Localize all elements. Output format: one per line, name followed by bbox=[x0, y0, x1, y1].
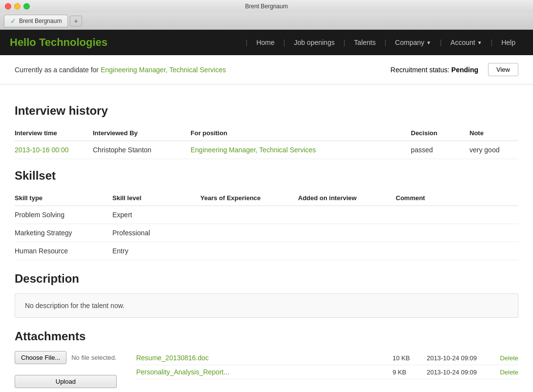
col-header-interview-time: Interview time bbox=[15, 125, 93, 141]
recruitment-status-area: Recruitment status: Pending View bbox=[390, 63, 518, 76]
col-header-note: Note bbox=[469, 125, 518, 141]
nav-home[interactable]: Home bbox=[249, 30, 282, 55]
recruitment-status-text: Recruitment status: Pending bbox=[390, 66, 478, 74]
file-date-1: 2013-10-24 09:09 bbox=[426, 369, 490, 376]
skill-type-2: Human Resource bbox=[15, 242, 112, 260]
nav-account[interactable]: Account ▼ bbox=[443, 30, 490, 55]
recruitment-status-value: Pending bbox=[451, 66, 478, 74]
nav-talents[interactable]: Talents bbox=[346, 30, 384, 55]
skill-type-1: Marketing Strategy bbox=[15, 224, 112, 242]
description-title: Description bbox=[15, 272, 518, 286]
minimize-button[interactable] bbox=[14, 3, 21, 10]
col-header-added: Added on interview bbox=[298, 190, 396, 206]
main-content: Interview history Interview time Intervi… bbox=[0, 84, 533, 392]
skill-row-0: Problem Solving Expert bbox=[15, 206, 518, 224]
candidate-banner: Currently as a candidate for Engineering… bbox=[0, 55, 533, 84]
page-content: Currently as a candidate for Engineering… bbox=[0, 55, 533, 392]
tab-bar: ✓ Brent Bergnaum + bbox=[0, 13, 533, 29]
tab-label: Brent Bergnaum bbox=[19, 18, 62, 24]
upload-button[interactable]: Upload bbox=[15, 375, 117, 388]
interview-time-link[interactable]: 2013-10-16 00:00 bbox=[15, 146, 69, 154]
file-date-0: 2013-10-24 09:09 bbox=[426, 354, 490, 362]
nav-separator-0: | bbox=[245, 39, 249, 46]
file-size-1: 9 KB bbox=[392, 369, 417, 376]
candidate-position-link[interactable]: Engineering Manager, Technical Services bbox=[101, 66, 226, 74]
skill-years-0 bbox=[200, 206, 298, 224]
upload-controls: Choose File... No file selected. Upload bbox=[15, 351, 117, 388]
interview-history-title: Interview history bbox=[15, 104, 518, 118]
skill-comment-0 bbox=[396, 206, 518, 224]
nav-separator-1: | bbox=[282, 39, 286, 46]
tab-check-icon: ✓ bbox=[10, 17, 16, 25]
col-header-decision: Decision bbox=[411, 125, 469, 141]
skill-level-0: Expert bbox=[112, 206, 200, 224]
file-name-display: No file selected. bbox=[71, 354, 117, 361]
col-header-for-position: For position bbox=[191, 125, 411, 141]
skill-level-1: Professional bbox=[112, 224, 200, 242]
site-logo: Hello Technologies bbox=[10, 30, 107, 55]
nav-job-openings[interactable]: Job openings bbox=[286, 30, 342, 55]
candidate-info: Currently as a candidate for Engineering… bbox=[15, 66, 226, 74]
description-box: No description for the talent now. bbox=[15, 293, 518, 318]
nav-separator-4: | bbox=[439, 39, 443, 46]
new-tab-button[interactable]: + bbox=[70, 16, 82, 26]
skillset-table: Skill type Skill level Years of Experien… bbox=[15, 190, 518, 260]
skill-row-1: Marketing Strategy Professional bbox=[15, 224, 518, 242]
for-position-cell: Engineering Manager, Technical Services bbox=[191, 141, 411, 159]
file-controls: Choose File... No file selected. bbox=[15, 351, 117, 364]
nav-help[interactable]: Help bbox=[493, 30, 523, 55]
nav-separator-5: | bbox=[490, 39, 494, 46]
skill-years-2 bbox=[200, 242, 298, 260]
col-header-skill-level: Skill level bbox=[112, 190, 200, 206]
file-delete-1[interactable]: Delete bbox=[500, 369, 518, 376]
company-dropdown-arrow: ▼ bbox=[426, 40, 431, 45]
file-row-0: Resume_20130816.doc 10 KB 2013-10-24 09:… bbox=[136, 351, 518, 365]
active-tab[interactable]: ✓ Brent Bergnaum bbox=[4, 15, 68, 27]
file-link-1[interactable]: Personality_Analysis_Report... bbox=[136, 368, 383, 376]
skill-added-1 bbox=[298, 224, 396, 242]
files-list: Resume_20130816.doc 10 KB 2013-10-24 09:… bbox=[136, 351, 518, 388]
window-controls bbox=[5, 3, 30, 10]
maximize-button[interactable] bbox=[23, 3, 30, 10]
file-delete-0[interactable]: Delete bbox=[500, 354, 518, 362]
interview-history-table: Interview time Interviewed By For positi… bbox=[15, 125, 518, 159]
nav-links: | Home | Job openings | Talents | Compan… bbox=[245, 30, 523, 55]
interview-time-cell: 2013-10-16 00:00 bbox=[15, 141, 93, 159]
nav-separator-2: | bbox=[342, 39, 346, 46]
file-size-0: 10 KB bbox=[392, 354, 417, 362]
skillset-title: Skillset bbox=[15, 169, 518, 183]
navigation-bar: Hello Technologies | Home | Job openings… bbox=[0, 30, 533, 55]
interview-history-row: 2013-10-16 00:00 Christophe Stanton Engi… bbox=[15, 141, 518, 159]
skill-added-2 bbox=[298, 242, 396, 260]
for-position-link[interactable]: Engineering Manager, Technical Services bbox=[191, 146, 316, 154]
decision-cell: passed bbox=[411, 141, 469, 159]
nav-company[interactable]: Company ▼ bbox=[387, 30, 439, 55]
file-row-1: Personality_Analysis_Report... 9 KB 2013… bbox=[136, 365, 518, 379]
col-header-interviewed-by: Interviewed By bbox=[93, 125, 191, 141]
note-cell: very good bbox=[469, 141, 518, 159]
col-header-years: Years of Experience bbox=[200, 190, 298, 206]
candidate-prefix: Currently as a candidate for bbox=[15, 66, 101, 74]
nav-separator-3: | bbox=[384, 39, 387, 46]
interviewed-by-cell: Christophe Stanton bbox=[93, 141, 191, 159]
skill-type-0: Problem Solving bbox=[15, 206, 112, 224]
browser-chrome: Brent Bergnaum ✓ Brent Bergnaum + bbox=[0, 0, 533, 30]
choose-file-button[interactable]: Choose File... bbox=[15, 351, 66, 364]
col-header-comment: Comment bbox=[396, 190, 518, 206]
title-bar: Brent Bergnaum bbox=[0, 0, 533, 13]
skill-added-0 bbox=[298, 206, 396, 224]
skill-comment-1 bbox=[396, 224, 518, 242]
skill-row-2: Human Resource Entry bbox=[15, 242, 518, 260]
skill-comment-2 bbox=[396, 242, 518, 260]
file-link-0[interactable]: Resume_20130816.doc bbox=[136, 354, 383, 362]
view-button[interactable]: View bbox=[488, 63, 518, 76]
skill-years-1 bbox=[200, 224, 298, 242]
close-button[interactable] bbox=[5, 3, 11, 10]
attachments-layout: Choose File... No file selected. Upload … bbox=[15, 351, 518, 388]
skill-level-2: Entry bbox=[112, 242, 200, 260]
col-header-skill-type: Skill type bbox=[15, 190, 112, 206]
window-title: Brent Bergnaum bbox=[245, 3, 288, 10]
attachments-title: Attachments bbox=[15, 330, 518, 343]
logo-text: Hello Technologies bbox=[10, 36, 107, 48]
attachments-section: Choose File... No file selected. Upload … bbox=[15, 351, 518, 388]
